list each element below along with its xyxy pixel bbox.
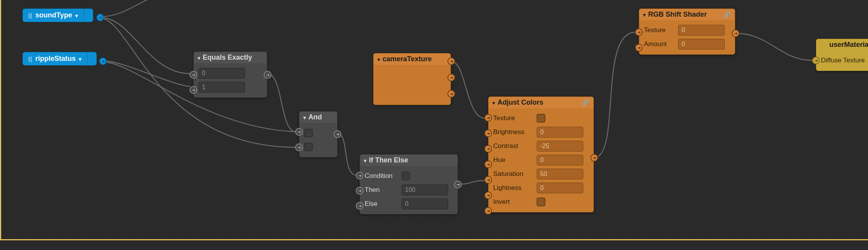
contrast-input[interactable]: -25 [537,141,583,152]
node-camera-texture[interactable]: ▾ cameraTexture [373,53,451,105]
link-icon[interactable]: 🔗 [582,99,590,106]
signal-icon: (( [28,12,32,19]
variable-label: soundType [35,11,72,19]
node-and[interactable]: ▾ And [299,111,337,157]
label-lightness: Lightness [493,184,533,192]
node-rgb-shift-shader[interactable]: ▾ RGB Shift Shader 🔗 Texture0 Amount0 [639,9,735,55]
and-input-2[interactable] [304,143,313,151]
node-title: Equals Exactly [203,53,252,62]
chevron-down-icon: ▾ [79,56,82,62]
equals-input-1[interactable]: 0 [198,68,245,79]
node-equals-exactly[interactable]: ▾ Equals Exactly 0 1 [193,52,267,98]
node-header[interactable]: ▾ RGB Shift Shader 🔗 [639,9,735,20]
node-title: RGB Shift Shader [648,10,707,19]
node-adjust-colors[interactable]: ▾ Adjust Colors 🔗 Texture Brightness0 Co… [488,97,594,212]
collapse-icon[interactable]: ▾ [198,55,200,61]
equals-input-2[interactable]: 1 [198,82,245,93]
condition-toggle[interactable] [402,172,410,180]
node-title: If Then Else [369,156,408,164]
chevron-down-icon: ▾ [75,13,78,19]
node-header[interactable]: ▾ And [299,112,337,123]
port-ripplestatus-out[interactable]: ➜ [99,57,107,65]
node-header[interactable]: userMaterial [816,39,868,50]
node-title: Adjust Colors [497,98,543,107]
collapse-icon[interactable]: ▾ [364,158,367,164]
node-title: userMaterial [829,41,868,49]
label-else: Else [365,200,398,208]
variable-soundtype[interactable]: (( soundType ▾ [23,9,93,22]
label-invert: Invert [493,198,533,206]
label-then: Then [365,186,398,194]
link-icon[interactable]: 🔗 [723,11,731,18]
collapse-icon[interactable]: ▾ [492,100,495,106]
saturation-input[interactable]: 50 [537,169,583,179]
label-diffuse: Diffuse Texture [821,57,865,64]
rgb-amount-input[interactable]: 0 [678,39,725,50]
and-input-1[interactable] [304,129,313,137]
node-title: And [308,113,322,121]
port-soundtype-out[interactable]: ➜ [96,14,104,21]
label-condition: Condition [365,172,398,180]
node-header[interactable]: ▾ Equals Exactly [194,52,267,63]
hue-input[interactable]: 0 [537,155,583,166]
brightness-input[interactable]: 0 [537,127,583,138]
texture-swatch[interactable] [537,114,545,122]
node-header[interactable]: ▾ Adjust Colors 🔗 [489,97,593,108]
label-texture: Texture [493,114,533,122]
node-title: cameraTexture [383,55,432,63]
label-hue: Hue [493,156,533,164]
label-contrast: Contrast [493,142,533,150]
label-brightness: Brightness [493,128,533,136]
node-header[interactable]: ▾ cameraTexture [374,53,451,65]
then-input[interactable]: 100 [402,184,448,195]
variable-label: rippleStatus [35,55,76,63]
pill-output[interactable] [87,52,96,65]
invert-toggle[interactable] [537,198,545,206]
node-user-material[interactable]: userMaterial Diffuse Texture [816,39,868,71]
node-if-then-else[interactable]: ▾ If Then Else Condition Then100 Else0 [360,154,458,214]
lightness-input[interactable]: 0 [537,183,583,193]
label-saturation: Saturation [493,170,533,178]
collapse-icon[interactable]: ▾ [643,12,646,18]
collapse-icon[interactable]: ▾ [377,57,380,62]
else-input[interactable]: 0 [402,198,448,209]
signal-icon: (( [28,55,32,62]
pill-output[interactable] [83,9,93,22]
variable-ripplestatus[interactable]: (( rippleStatus ▾ [23,52,97,66]
label-texture: Texture [644,26,674,34]
label-amount: Amount [644,40,674,48]
collapse-icon[interactable]: ▾ [303,115,306,121]
rgb-texture-input[interactable]: 0 [678,25,725,36]
node-header[interactable]: ▾ If Then Else [360,155,457,166]
